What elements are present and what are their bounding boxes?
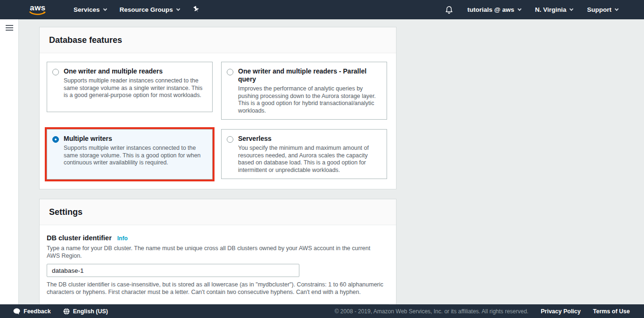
speech-bubble-icon xyxy=(13,308,20,315)
copyright-text: © 2008 - 2019, Amazon Web Services, Inc.… xyxy=(335,308,528,315)
db-cluster-identifier-label: DB cluster identifier xyxy=(47,234,112,242)
db-cluster-identifier-hint: The DB cluster identifier is case-insens… xyxy=(47,281,385,296)
bell-icon xyxy=(445,6,453,14)
radio-button[interactable] xyxy=(227,136,233,143)
chevron-down-icon xyxy=(517,7,521,11)
aws-smile-icon xyxy=(29,11,46,16)
radio-button[interactable] xyxy=(52,69,59,75)
option-one-writer-multiple-readers[interactable]: One writer and multiple readers Supports… xyxy=(47,62,213,112)
option-parallel-query[interactable]: One writer and multiple readers - Parall… xyxy=(221,62,387,120)
services-menu[interactable]: Services xyxy=(74,6,107,13)
option-description: Improves the performance of analytic que… xyxy=(238,85,381,114)
globe-icon xyxy=(63,308,70,315)
main-area: Database features One writer and multipl… xyxy=(0,19,644,304)
pin-shortcut-button[interactable] xyxy=(193,6,200,14)
option-description: Supports multiple reader instances conne… xyxy=(64,77,206,99)
feature-options-grid: One writer and multiple readers Supports… xyxy=(40,53,396,189)
settings-title: Settings xyxy=(49,207,387,217)
nav-right-group: tutorials @ aws N. Virginia Support xyxy=(445,6,618,14)
hamburger-menu-button[interactable] xyxy=(6,25,13,31)
db-cluster-identifier-input[interactable] xyxy=(47,264,299,277)
language-label: English (US) xyxy=(73,308,108,315)
option-label: Multiple writers xyxy=(64,135,206,143)
info-link[interactable]: Info xyxy=(117,235,128,242)
page-content: Database features One writer and multipl… xyxy=(19,19,644,304)
services-label: Services xyxy=(74,6,100,13)
feedback-button[interactable]: Feedback xyxy=(13,308,51,315)
nav-left-group: Services Resource Groups xyxy=(74,6,200,14)
support-label: Support xyxy=(587,6,611,13)
option-description: Supports multiple writer instances conne… xyxy=(64,145,206,167)
left-sidebar xyxy=(0,19,19,304)
resource-groups-label: Resource Groups xyxy=(120,6,173,13)
top-navbar: aws Services Resource Groups xyxy=(0,0,644,19)
support-menu[interactable]: Support xyxy=(587,6,618,13)
notifications-button[interactable] xyxy=(445,6,453,14)
chevron-down-icon xyxy=(176,7,180,11)
account-menu[interactable]: tutorials @ aws xyxy=(467,6,520,13)
aws-logo-text: aws xyxy=(30,4,46,11)
aws-logo[interactable]: aws xyxy=(29,4,46,16)
option-label: One writer and multiple readers xyxy=(64,67,206,75)
settings-body: DB cluster identifier Info Type a name f… xyxy=(40,225,396,304)
radio-button[interactable] xyxy=(227,69,233,75)
database-features-title: Database features xyxy=(49,35,387,45)
db-cluster-identifier-description: Type a name for your DB cluster. The nam… xyxy=(47,245,379,260)
chevron-down-icon xyxy=(615,7,619,11)
region-label: N. Virginia xyxy=(535,6,567,13)
language-selector[interactable]: English (US) xyxy=(63,308,108,315)
resource-groups-menu[interactable]: Resource Groups xyxy=(120,6,180,13)
option-label: Serverless xyxy=(238,135,381,143)
terms-of-use-link[interactable]: Terms of Use xyxy=(593,308,630,315)
region-menu[interactable]: N. Virginia xyxy=(535,6,573,13)
privacy-policy-link[interactable]: Privacy Policy xyxy=(541,308,581,315)
chevron-down-icon xyxy=(103,7,107,11)
database-features-header: Database features xyxy=(40,27,396,53)
option-description: You specify the minimum and maximum amou… xyxy=(238,145,381,174)
settings-header: Settings xyxy=(40,199,396,225)
option-label: One writer and multiple readers - Parall… xyxy=(238,67,381,83)
option-serverless[interactable]: Serverless You specify the minimum and m… xyxy=(221,129,387,179)
chevron-down-icon xyxy=(570,7,573,11)
option-multiple-writers[interactable]: Multiple writers Supports multiple write… xyxy=(47,129,213,179)
pushpin-icon xyxy=(193,6,200,14)
account-label: tutorials @ aws xyxy=(467,6,514,13)
radio-button[interactable] xyxy=(52,136,59,143)
console-footer: Feedback English (US) © 2008 - 2019, Ama… xyxy=(0,304,644,318)
settings-card: Settings DB cluster identifier Info Type… xyxy=(39,199,396,304)
feedback-label: Feedback xyxy=(24,308,51,315)
database-features-card: Database features One writer and multipl… xyxy=(39,27,396,189)
